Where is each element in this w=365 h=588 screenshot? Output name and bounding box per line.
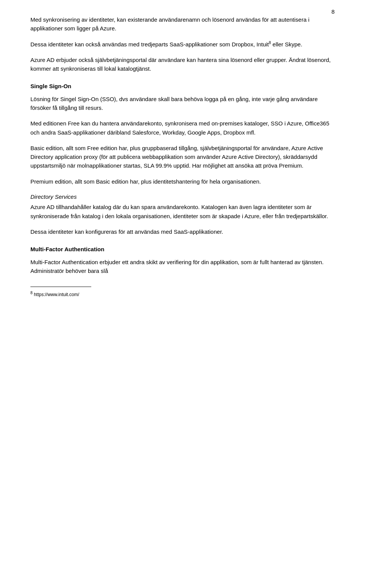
heading-multi-factor-auth: Multi-Factor Authentication (30, 245, 335, 254)
footnote-divider (30, 287, 91, 287)
paragraph-2: Dessa identiteter kan också användas med… (30, 40, 335, 49)
footnote-8: 8 https://www.intuit.com/ (30, 290, 335, 298)
page-container: 8 Med synkronisering av identiteter, kan… (0, 0, 365, 588)
paragraph-6: Basic edition, allt som Free edition har… (30, 144, 335, 170)
paragraph-8: Azure AD tillhandahåller katalog där du … (30, 203, 335, 220)
paragraph-9: Dessa identiteter kan konfigureras för a… (30, 227, 335, 236)
page-number: 8 (332, 8, 335, 16)
paragraph-5: Med editionen Free kan du hantera använd… (30, 119, 335, 137)
heading-directory-services: Directory Services (30, 193, 335, 201)
paragraph-4: Lösning för Singel Sign-On (SSO), dvs an… (30, 95, 335, 113)
paragraph-3: Azure AD erbjuder också självbetjäningsp… (30, 55, 335, 73)
footnote-url: https://www.intuit.com/ (34, 292, 79, 297)
paragraph-7: Premium edition, allt som Basic edition … (30, 177, 335, 186)
paragraph-1: Med synkronisering av identiteter, kan e… (30, 15, 335, 33)
footnote-number: 8 (30, 291, 33, 295)
heading-single-sign-on: Single Sign-On (30, 82, 335, 91)
paragraph-10: Multi-Factor Authentication erbjuder ett… (30, 258, 335, 276)
